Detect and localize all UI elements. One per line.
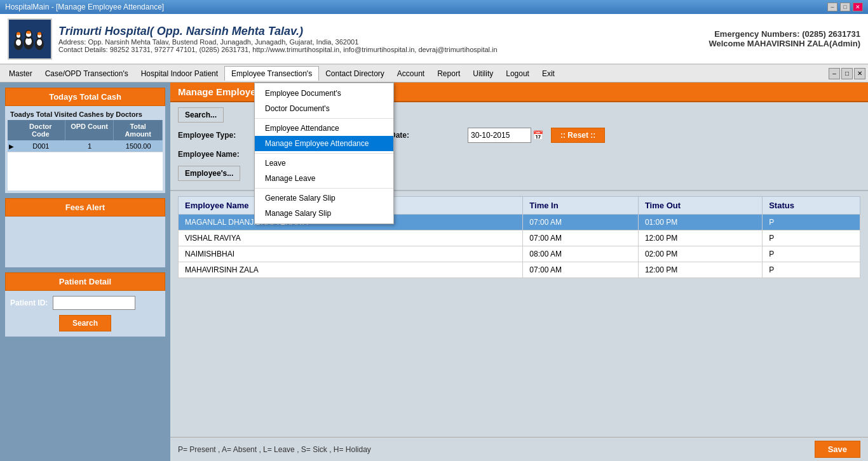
cell-time-out: 12:00 PM xyxy=(638,230,762,246)
svg-point-12 xyxy=(37,39,42,46)
table-row[interactable]: MAHAVIRSINH ZALA 07:00 AM 12:00 PM P xyxy=(179,262,860,278)
table-row[interactable]: VISHAL RAVIYA 07:00 AM 12:00 PM P xyxy=(179,230,860,246)
patient-detail-section: Patient Detail Patient ID: Search xyxy=(5,272,165,337)
cell-time-in: 07:00 AM xyxy=(523,230,639,246)
row0-code: D001 xyxy=(17,140,65,152)
svg-point-15 xyxy=(37,32,41,35)
main-layout: Todays Total Cash Toadys Total Visited C… xyxy=(0,83,868,461)
menu-logout[interactable]: Logout xyxy=(499,67,536,81)
cell-employee-name: NAIMISHBHAI xyxy=(179,246,523,262)
menu-case-opd[interactable]: Case/OPD Transection's xyxy=(39,67,135,81)
reset-button[interactable]: :: Reset :: xyxy=(551,128,605,143)
search-toggle-btn[interactable]: Search... xyxy=(178,107,224,123)
menu-report[interactable]: Report xyxy=(431,67,466,81)
svg-point-10 xyxy=(27,30,31,34)
title-bar-text: HospitalMain - [Manage Employee Attendan… xyxy=(5,3,164,11)
cell-employee-name: MAHAVIRSINH ZALA xyxy=(179,262,523,278)
patient-id-input[interactable] xyxy=(53,296,135,310)
dropdown-doctor-documents[interactable]: Doctor Document's xyxy=(255,101,393,116)
emergency-numbers: Emergency Numbers: (0285) 2631731 xyxy=(709,29,860,39)
employee-transection-dropdown: Employee Document's Doctor Document's Em… xyxy=(254,83,394,224)
col-opd-count: OPD Count xyxy=(65,120,114,140)
menu-account[interactable]: Account xyxy=(391,67,431,81)
dropdown-sep-3 xyxy=(255,188,393,189)
th-time-in: Time In xyxy=(523,197,639,215)
employee-type-label: Employee Type: xyxy=(178,131,248,140)
dropdown-sep-2 xyxy=(255,153,393,154)
hospital-address: Address: Opp. Narsinh Mehta Talav, Buste… xyxy=(58,38,498,46)
svg-point-2 xyxy=(16,39,21,46)
visited-empty xyxy=(8,152,163,190)
window-close-btn[interactable]: ✕ xyxy=(854,68,865,79)
menu-indoor-patient[interactable]: Hospital Indoor Patient xyxy=(135,67,224,81)
employee-name-label: Employee Name: xyxy=(178,150,248,159)
dropdown-leave[interactable]: Leave xyxy=(255,156,393,171)
patient-detail-header: Patient Detail xyxy=(5,272,165,291)
col-total-amount: Total Amount xyxy=(114,120,163,140)
window-minimize-btn[interactable]: – xyxy=(829,68,840,79)
fees-alert-section: Fees Alert xyxy=(5,198,165,267)
dropdown-manage-leave[interactable]: Manage Leave xyxy=(255,171,393,186)
dropdown-manage-salary-slip[interactable]: Manage Salary Slip xyxy=(255,206,393,221)
menu-uitility[interactable]: Uitility xyxy=(466,67,499,81)
row0-amount: 1500.00 xyxy=(114,140,163,152)
title-minimize-btn[interactable]: – xyxy=(827,3,837,11)
th-status: Status xyxy=(763,197,860,215)
cell-status: P xyxy=(763,246,860,262)
visited-label: Toadys Total Visited Cashes by Doctors xyxy=(8,109,163,120)
welcome-text: Welcome MAHAVIRSINH ZALA(Admin) xyxy=(709,39,860,48)
dropdown-sep-1 xyxy=(255,118,393,119)
legend-text: P= Present , A= Absent , L= Leave , S= S… xyxy=(178,445,371,454)
dropdown-manage-employee-attendance[interactable]: Manage Employee Attendance xyxy=(255,136,393,151)
th-time-out: Time Out xyxy=(638,197,762,215)
cell-time-in: 08:00 AM xyxy=(523,246,639,262)
hospital-logo xyxy=(8,18,52,60)
dropdown-employee-documents[interactable]: Employee Document's xyxy=(255,86,393,101)
menu-contact-directory[interactable]: Contact Directory xyxy=(319,67,391,81)
cell-time-in: 07:00 AM xyxy=(523,262,639,278)
menu-bar: Master Case/OPD Transection's Hospital I… xyxy=(0,65,868,83)
hospital-name: Trimurti Hospital( Opp. Narsinh Mehta Ta… xyxy=(58,25,498,38)
date-label: Date: xyxy=(390,131,460,140)
calendar-icon[interactable]: 📅 xyxy=(532,130,543,140)
cell-employee-name: VISHAL RAVIYA xyxy=(179,230,523,246)
employee-toggle-btn[interactable]: Employee's... xyxy=(178,166,240,181)
app-header: Trimurti Hospital( Opp. Narsinh Mehta Ta… xyxy=(0,14,868,65)
patient-search-button[interactable]: Search xyxy=(59,315,111,331)
cell-time-out: 12:00 PM xyxy=(638,262,762,278)
dropdown-generate-salary-slip[interactable]: Generate Salary Slip xyxy=(255,190,393,206)
window-maximize-btn[interactable]: □ xyxy=(841,68,853,79)
visited-row-0[interactable]: ▶ D001 1 1500.00 xyxy=(8,140,163,152)
total-cash-section: Todays Total Cash Toadys Total Visited C… xyxy=(5,88,165,193)
date-input[interactable] xyxy=(468,128,531,143)
attendance-table-container: Employee Name Time In Time Out Status MA… xyxy=(170,191,868,437)
cell-status: P xyxy=(763,230,860,246)
title-maximize-btn[interactable]: □ xyxy=(840,3,850,11)
dropdown-employee-attendance[interactable]: Employee Attendance xyxy=(255,121,393,136)
sidebar: Todays Total Cash Toadys Total Visited C… xyxy=(0,83,170,461)
hospital-contact: Contact Details: 98252 31731, 97277 4710… xyxy=(58,46,498,53)
fees-alert-header: Fees Alert xyxy=(5,198,165,217)
cell-status: P xyxy=(763,215,860,230)
fees-alert-content xyxy=(5,217,165,267)
total-cash-header: Todays Total Cash xyxy=(5,88,165,106)
menu-exit[interactable]: Exit xyxy=(536,67,561,81)
patient-detail-content: Patient ID: Search xyxy=(5,291,165,337)
title-close-btn[interactable]: ✕ xyxy=(853,3,863,11)
visited-table-header: Doctor Code OPD Count Total Amount xyxy=(8,120,163,140)
menu-employee-transection[interactable]: Employee Transection's xyxy=(224,66,319,81)
cell-time-in: 07:00 AM xyxy=(523,215,639,230)
cell-time-out: 01:00 PM xyxy=(638,215,762,230)
table-row[interactable]: NAIMISHBHAI 08:00 AM 02:00 PM P xyxy=(179,246,860,262)
save-button[interactable]: Save xyxy=(815,441,860,458)
cell-status: P xyxy=(763,262,860,278)
col-doctor-code: Doctor Code xyxy=(17,120,65,140)
cell-time-out: 02:00 PM xyxy=(638,246,762,262)
patient-id-label: Patient ID: xyxy=(10,298,48,307)
content-footer: P= Present , A= Absent , L= Leave , S= S… xyxy=(170,437,868,461)
total-cash-content: Toadys Total Visited Cashes by Doctors D… xyxy=(5,106,165,193)
row0-count: 1 xyxy=(65,140,114,152)
menu-master[interactable]: Master xyxy=(3,67,39,81)
svg-point-5 xyxy=(17,32,20,35)
title-bar: HospitalMain - [Manage Employee Attendan… xyxy=(0,0,868,14)
